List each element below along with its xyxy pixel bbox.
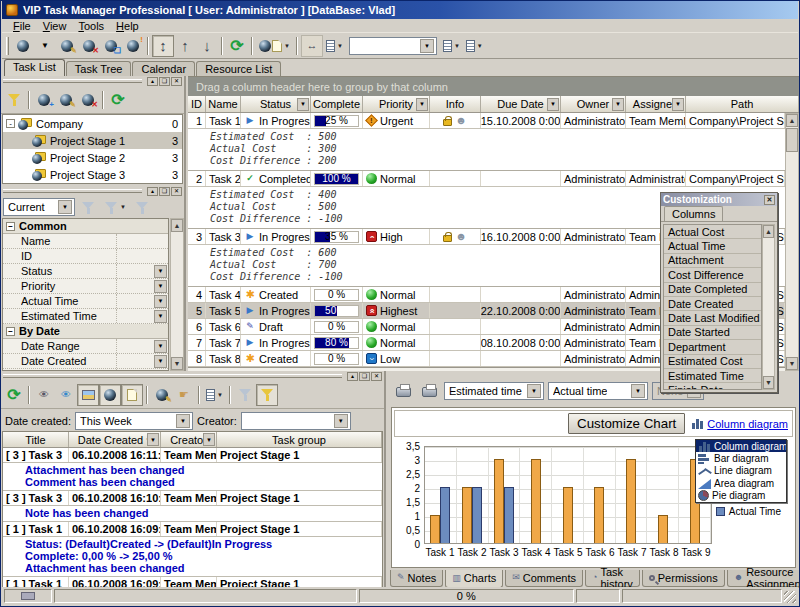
new-note-button[interactable]: ▼ bbox=[256, 35, 293, 57]
column-filter-icon[interactable]: ▼ bbox=[297, 98, 309, 111]
column-header-name[interactable]: Name bbox=[206, 96, 241, 112]
column-header-id[interactable]: ID bbox=[188, 96, 206, 112]
column-filter-icon[interactable]: ▼ bbox=[203, 433, 215, 446]
delete-group-button[interactable]: ✕ bbox=[77, 89, 99, 111]
history-column-creator[interactable]: Creator▼ bbox=[161, 432, 217, 447]
combo-arrow-icon[interactable]: ▼ bbox=[527, 384, 541, 398]
tab-notes[interactable]: ✎Notes bbox=[390, 570, 443, 587]
filter-field-value[interactable]: ▼ bbox=[116, 339, 168, 353]
column-header-priority[interactable]: Priority▼ bbox=[363, 96, 430, 112]
edit-task-button[interactable]: ✎ bbox=[56, 35, 78, 57]
clear-filter-button[interactable] bbox=[131, 196, 153, 218]
tab-task-tree[interactable]: Task Tree bbox=[66, 61, 132, 76]
column-option-attachment[interactable]: Attachment bbox=[664, 254, 761, 268]
collapse-icon[interactable]: − bbox=[6, 222, 15, 231]
show-notes-button[interactable] bbox=[121, 384, 143, 406]
column-filter-icon[interactable]: ▼ bbox=[416, 98, 428, 111]
column-option-date-last-modified[interactable]: Date Last Modified bbox=[664, 311, 761, 325]
filter-field-value[interactable]: ▼ bbox=[116, 294, 168, 308]
date-created-combobox[interactable]: This Week▼ bbox=[75, 412, 193, 430]
column-option-cost-difference[interactable]: Cost Difference bbox=[664, 268, 761, 282]
combo-arrow-icon[interactable]: ▼ bbox=[58, 200, 72, 214]
column-header-due-date[interactable]: Due Date▼ bbox=[481, 96, 561, 112]
scroll-down-icon[interactable]: ▼ bbox=[171, 357, 183, 370]
combo-arrow-icon[interactable]: ▼ bbox=[176, 414, 190, 428]
tab-columns[interactable]: Columns bbox=[664, 206, 723, 221]
dropdown-arrow-icon[interactable]: ▼ bbox=[154, 355, 167, 368]
filter-row-priority[interactable]: Priority▼ bbox=[3, 279, 168, 294]
combo-arrow-icon[interactable]: ▼ bbox=[334, 414, 348, 428]
column-header-info[interactable]: Info bbox=[430, 96, 481, 112]
dropdown-arrow-icon[interactable]: ▼ bbox=[154, 340, 167, 353]
history-column-date-created[interactable]: Date Created▼▼ bbox=[69, 432, 161, 447]
tree-panel-splitter[interactable]: ▴ ❏ ✕ bbox=[1, 76, 184, 86]
new-task-button[interactable] bbox=[12, 35, 34, 57]
new-task-dropdown[interactable]: ▼ bbox=[34, 35, 56, 57]
tree-filter-button[interactable] bbox=[3, 89, 25, 111]
print-preview-button[interactable] bbox=[418, 380, 440, 402]
reports-button[interactable]: ▼ bbox=[323, 35, 346, 57]
edit-note-button[interactable]: ✎ bbox=[151, 384, 173, 406]
dropdown-arrow-icon[interactable]: ▼ bbox=[154, 295, 167, 308]
tree-item[interactable]: Project Stage 23 bbox=[3, 149, 182, 166]
filter-field-value[interactable]: ▼ bbox=[116, 309, 168, 323]
column-header-complete[interactable]: Complete bbox=[311, 96, 363, 112]
view-combobox[interactable]: ▼ bbox=[349, 37, 437, 55]
tab-resource-list[interactable]: Resource List bbox=[196, 61, 281, 76]
filter-field-value[interactable]: ▼ bbox=[116, 279, 168, 293]
scroll-thumb[interactable] bbox=[786, 128, 798, 152]
delete-task-button[interactable]: ✕ bbox=[78, 35, 100, 57]
panel-close-button[interactable]: ✕ bbox=[171, 77, 182, 86]
filter-row-estimated-time[interactable]: Estimated Time▼ bbox=[3, 309, 168, 324]
panel-collapse-button[interactable]: ▴ bbox=[347, 372, 358, 381]
customization-scrollbar[interactable]: ▲ ▼ bbox=[762, 224, 775, 390]
move-down-button[interactable]: ↓ bbox=[196, 35, 218, 57]
duplicate-task-button[interactable]: ❏ bbox=[100, 35, 122, 57]
menu-file[interactable]: File bbox=[8, 20, 36, 32]
filter-row-status[interactable]: Status▼ bbox=[3, 264, 168, 279]
filter-section-header[interactable]: −By Date bbox=[3, 324, 168, 339]
task-row[interactable]: 2Task 2✓Completed100 %NormalAdministrato… bbox=[188, 171, 785, 187]
view-all-button[interactable]: 👁︎ bbox=[55, 384, 77, 406]
menu-item-bar-diagram[interactable]: Bar diagram bbox=[696, 452, 786, 464]
filter-preset-combobox[interactable]: Current▼ bbox=[3, 198, 75, 216]
column-option-date-created[interactable]: Date Created bbox=[664, 297, 761, 311]
history-filter-button[interactable] bbox=[234, 384, 256, 406]
view-button[interactable]: 👁︎ bbox=[33, 384, 55, 406]
scroll-up-icon[interactable]: ▲ bbox=[763, 225, 774, 238]
collapse-icon[interactable]: − bbox=[6, 327, 15, 336]
panel-collapse-button[interactable]: ▴ bbox=[147, 77, 158, 86]
customize-chart-button[interactable]: Customize Chart bbox=[568, 413, 685, 434]
filter-section-header[interactable]: −Common bbox=[3, 219, 168, 234]
filter-field-value[interactable]: ▼ bbox=[116, 354, 168, 368]
show-tasks-button[interactable] bbox=[99, 384, 121, 406]
tab-task-list[interactable]: Task List bbox=[4, 59, 65, 76]
column-option-department[interactable]: Department bbox=[664, 340, 761, 354]
tree-item[interactable]: Project Stage 33 bbox=[3, 166, 182, 183]
series2-combobox[interactable]: Actual time▼ bbox=[548, 382, 648, 400]
group-by-bar[interactable]: Drag a column header here to group by th… bbox=[188, 77, 799, 96]
history-row[interactable]: [ 1 ] Task 106.10.2008 16:09:55Team Memb… bbox=[3, 522, 382, 537]
tab-permissions[interactable]: Permissions bbox=[642, 570, 725, 587]
tab-calendar[interactable]: Calendar bbox=[132, 61, 195, 76]
panel-close-button[interactable]: ✕ bbox=[171, 187, 182, 196]
history-row[interactable]: [ 3 ] Task 306.10.2008 16:10:08Team Memb… bbox=[3, 491, 382, 506]
panel-pin-button[interactable]: ❏ bbox=[159, 187, 170, 196]
tree-item[interactable]: -Company0 bbox=[3, 115, 182, 132]
menu-help[interactable]: Help bbox=[111, 20, 144, 32]
column-header-assigned[interactable]: Assigned▼ bbox=[626, 96, 686, 112]
panel-collapse-button[interactable]: ▴ bbox=[147, 187, 158, 196]
column-filter-icon[interactable]: ▼ bbox=[612, 98, 624, 111]
panel-close-button[interactable]: ✕ bbox=[371, 372, 382, 381]
filter-row-date-range[interactable]: Date Range▼ bbox=[3, 339, 168, 354]
history-filter-active-button[interactable] bbox=[256, 384, 278, 406]
save-view-button[interactable]: ▼ bbox=[440, 35, 463, 57]
column-option-estimated-cost[interactable]: Estimated Cost bbox=[664, 355, 761, 369]
menu-item-column-diagram[interactable]: Column diagram bbox=[696, 440, 786, 452]
combo-arrow-icon[interactable]: ▼ bbox=[631, 384, 645, 398]
column-option-actual-cost[interactable]: Actual Cost bbox=[664, 225, 761, 239]
menu-item-area-diagram[interactable]: Area diagram bbox=[696, 477, 786, 489]
expand-toggle-icon[interactable]: - bbox=[6, 119, 15, 128]
close-icon[interactable]: ✕ bbox=[764, 195, 775, 205]
dropdown-arrow-icon[interactable]: ▼ bbox=[154, 280, 167, 293]
